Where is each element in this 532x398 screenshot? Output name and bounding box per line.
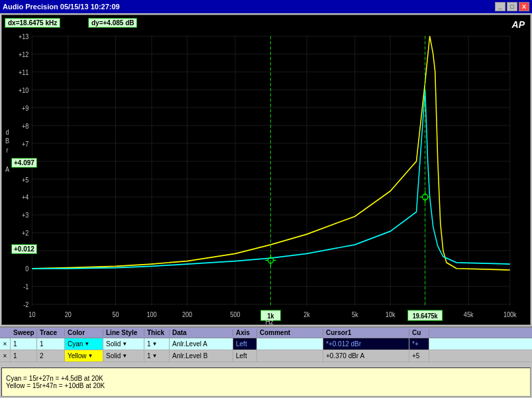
- svg-rect-0: [2, 15, 530, 324]
- svg-text:200: 200: [182, 310, 192, 318]
- main-container: dx=18.6475 kHz dy=+4.085 dB AP +4.097 +0…: [0, 13, 532, 398]
- table-row[interactable]: × 1 1 Cyan ▼ Solid ▼ 1 ▼ Anlr.Level A Le…: [0, 338, 532, 350]
- row1-checkbox[interactable]: ×: [0, 338, 11, 350]
- svg-text:10: 10: [28, 310, 35, 318]
- row2-sweep: 1: [11, 350, 37, 362]
- maximize-button[interactable]: □: [507, 2, 517, 11]
- svg-text:100k: 100k: [504, 310, 517, 318]
- dy-readout: dy=+4.085 dB: [88, 18, 137, 28]
- svg-text:+5: +5: [22, 176, 28, 184]
- col-header-linestyle: Line Style: [103, 329, 144, 336]
- svg-text:500: 500: [231, 310, 240, 318]
- row1-comment: [257, 338, 323, 350]
- svg-text:0: 0: [25, 265, 28, 273]
- title-bar-controls: _ □ X: [495, 2, 529, 11]
- svg-text:A: A: [5, 165, 10, 173]
- table-header: Sweep Trace Color Line Style Thick Data …: [0, 328, 532, 338]
- col-header-sweep: Sweep: [11, 329, 37, 336]
- y-min-readout: +0.012: [11, 244, 37, 254]
- col-header-data: Data: [170, 329, 233, 336]
- svg-text:Hz: Hz: [265, 317, 273, 324]
- svg-text:50: 50: [112, 310, 119, 318]
- row1-axis: Left: [233, 338, 257, 350]
- col-header-color: Color: [65, 329, 103, 336]
- svg-text:10k: 10k: [386, 310, 396, 318]
- svg-text:B: B: [5, 137, 9, 145]
- col-header-cursor1: Cursor1: [323, 329, 409, 336]
- row1-color[interactable]: Cyan ▼: [65, 338, 103, 350]
- svg-text:+3: +3: [22, 212, 28, 220]
- close-button[interactable]: X: [519, 2, 529, 11]
- col-header-trace: Trace: [37, 329, 65, 336]
- row1-cu: *+: [409, 338, 429, 350]
- dx-readout: dx=18.6475 kHz: [5, 18, 60, 28]
- table-body: × 1 1 Cyan ▼ Solid ▼ 1 ▼ Anlr.Level A Le…: [0, 338, 532, 362]
- table-row[interactable]: × 1 2 Yellow ▼ Solid ▼ 1 ▼ Anlr.Level B …: [0, 350, 532, 362]
- status-line2: Yellow = 15r+47n = +10dB at 20K: [6, 382, 526, 389]
- status-line1: Cyan = 15r+27n = +4.5dB at 20K: [6, 375, 526, 382]
- svg-text:2k: 2k: [303, 310, 310, 318]
- svg-text:+7: +7: [22, 140, 28, 148]
- row1-trace: 1: [37, 338, 65, 350]
- row2-color[interactable]: Yellow ▼: [65, 350, 103, 362]
- svg-text:+2: +2: [22, 230, 28, 237]
- svg-text:+12: +12: [19, 50, 28, 58]
- col-header-cu: Cu: [409, 329, 429, 336]
- row2-data: Anlr.Level B: [170, 350, 233, 362]
- svg-text:19.6475k: 19.6475k: [413, 312, 438, 320]
- svg-text:100: 100: [146, 310, 156, 318]
- ap-logo: AP: [512, 19, 525, 30]
- svg-text:-1: -1: [23, 283, 28, 291]
- row2-axis: Left: [233, 350, 257, 362]
- row2-cu: +5: [409, 350, 429, 362]
- chart-svg: +13 +12 +11 +10 +9 +8 +7 +6 +5 +4 +3 +2 …: [2, 15, 530, 324]
- row1-thick[interactable]: 1 ▼: [144, 338, 170, 350]
- svg-text:+9: +9: [22, 104, 28, 112]
- row2-cursor1: +0.370 dBr A: [323, 350, 409, 362]
- data-table: Sweep Trace Color Line Style Thick Data …: [0, 326, 532, 366]
- row2-checkbox[interactable]: ×: [0, 350, 11, 362]
- col-header-axis: Axis: [233, 329, 257, 336]
- row1-sweep: 1: [11, 338, 37, 350]
- svg-text:+4: +4: [22, 194, 29, 202]
- col-header-comment: Comment: [257, 329, 323, 336]
- col-header-thick: Thick: [144, 329, 170, 336]
- svg-text:5k: 5k: [352, 310, 358, 318]
- status-bar: Cyan = 15r+27n = +4.5dB at 20K Yellow = …: [1, 367, 531, 397]
- row1-linestyle[interactable]: Solid ▼: [103, 338, 144, 350]
- svg-text:+8: +8: [22, 122, 28, 130]
- y-readout: +4.097: [11, 158, 37, 168]
- minimize-button[interactable]: _: [495, 2, 505, 11]
- row2-trace: 2: [37, 350, 65, 362]
- title-text: Audio Precision 05/15/13 10:27:09: [3, 3, 120, 11]
- row2-thick[interactable]: 1 ▼: [144, 350, 170, 362]
- svg-text:-2: -2: [23, 301, 28, 309]
- row2-linestyle[interactable]: Solid ▼: [103, 350, 144, 362]
- title-bar: Audio Precision 05/15/13 10:27:09 _ □ X: [0, 0, 532, 13]
- row1-data: Anlr.Level A: [170, 338, 233, 350]
- svg-text:d: d: [6, 128, 9, 136]
- svg-text:45k: 45k: [464, 310, 474, 318]
- chart-container: dx=18.6475 kHz dy=+4.085 dB AP +4.097 +0…: [1, 15, 531, 325]
- svg-text:+11: +11: [19, 68, 28, 76]
- row1-cursor1: *+0.012 dBr: [323, 338, 409, 350]
- row2-comment: [257, 350, 323, 362]
- svg-text:20: 20: [65, 310, 72, 318]
- svg-text:+10: +10: [19, 86, 28, 94]
- svg-text:+13: +13: [19, 33, 28, 40]
